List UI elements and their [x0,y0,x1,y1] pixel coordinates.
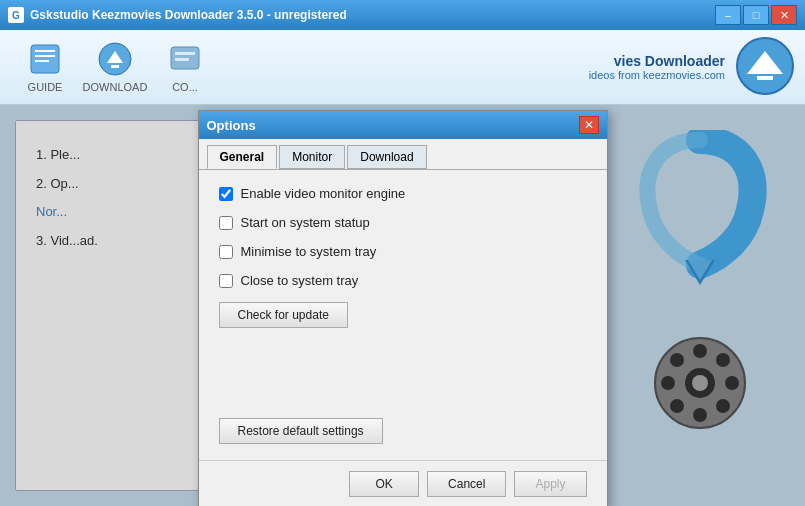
start-system-row: Start on system statup [219,215,587,230]
app-icon: G [8,7,24,23]
dialog-tabs: General Monitor Download [199,139,607,170]
minimize-button[interactable]: – [715,5,741,25]
enable-video-row: Enable video monitor engine [219,186,587,201]
dialog-body: Enable video monitor engine Start on sys… [199,170,607,460]
app-branding: vies Downloader ideos from keezmovies.co… [220,36,795,99]
tab-monitor[interactable]: Monitor [279,145,345,169]
svg-rect-2 [35,55,55,57]
window-title: Gskstudio Keezmovies Downloader 3.5.0 - … [30,8,715,22]
svg-rect-12 [757,76,773,80]
check-update-button[interactable]: Check for update [219,302,348,328]
main-content-area: 1. Ple... 2. Op... Nor... 3. Vid...ad. [0,105,805,506]
start-system-label: Start on system statup [241,215,370,230]
dialog-title: Options [207,118,579,133]
title-bar: G Gskstudio Keezmovies Downloader 3.5.0 … [0,0,805,30]
cancel-button[interactable]: Cancel [427,471,506,497]
enable-video-checkbox[interactable] [219,187,233,201]
app-logo [735,36,795,99]
check-update-container: Check for update [219,302,587,328]
options-dialog: Options ✕ General Monitor Download [198,110,608,506]
minimise-tray-checkbox[interactable] [219,245,233,259]
restore-defaults-button[interactable]: Restore default settings [219,418,383,444]
minimise-tray-row: Minimise to system tray [219,244,587,259]
apply-button[interactable]: Apply [514,471,586,497]
svg-rect-9 [175,58,189,61]
close-tray-row: Close to system tray [219,273,587,288]
toolbar-co-button[interactable]: CO... [150,35,220,100]
close-tray-checkbox[interactable] [219,274,233,288]
download-icon [97,41,133,77]
app-toolbar: GUIDE DOWNLOAD CO... vies Downloader ide… [0,30,805,105]
start-system-checkbox[interactable] [219,216,233,230]
toolbar-download-button[interactable]: DOWNLOAD [80,35,150,100]
close-window-button[interactable]: ✕ [771,5,797,25]
co-icon [167,41,203,77]
enable-video-label: Enable video monitor engine [241,186,406,201]
ok-button[interactable]: OK [349,471,419,497]
minimise-tray-label: Minimise to system tray [241,244,377,259]
toolbar-guide-button[interactable]: GUIDE [10,35,80,100]
dialog-title-bar: Options ✕ [199,111,607,139]
restore-container: Restore default settings [219,418,587,444]
svg-rect-1 [35,50,55,52]
window-controls: – □ ✕ [715,5,797,25]
svg-rect-3 [35,60,49,62]
app-subtitle-right: ideos from keezmovies.com [589,69,725,81]
app-title-right: vies Downloader [589,53,725,69]
maximize-button[interactable]: □ [743,5,769,25]
tab-download[interactable]: Download [347,145,426,169]
close-tray-label: Close to system tray [241,273,359,288]
spacer [219,348,587,408]
guide-icon [27,41,63,77]
svg-rect-0 [31,45,59,73]
dialog-overlay: Options ✕ General Monitor Download [0,105,805,506]
svg-rect-8 [175,52,195,55]
dialog-footer: OK Cancel Apply [199,460,607,506]
svg-rect-6 [111,65,119,68]
dialog-close-button[interactable]: ✕ [579,116,599,134]
tab-general[interactable]: General [207,145,278,169]
